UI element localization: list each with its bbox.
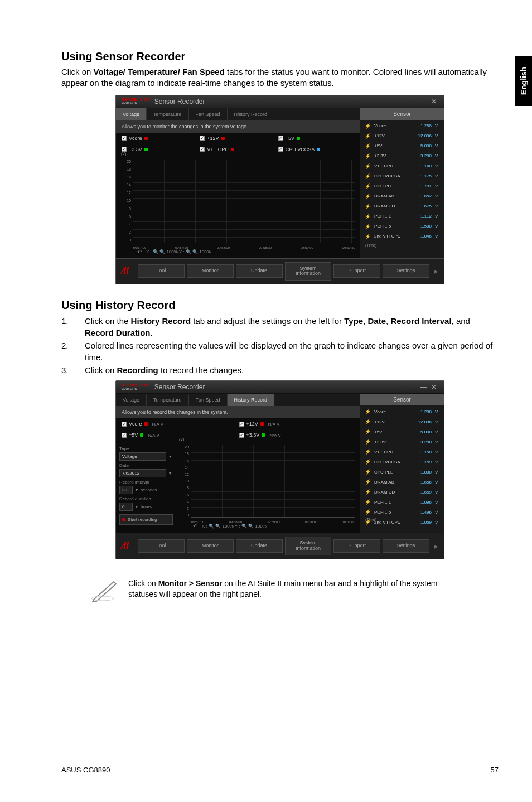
sensor-name: PCH 1.1 xyxy=(374,500,404,505)
tab-temperature[interactable]: Temperature xyxy=(147,394,189,406)
toggle-cpuvccsa[interactable]: CPU VCCSA xyxy=(278,145,354,154)
undo-icon[interactable]: ↶ xyxy=(137,249,142,255)
x-axis-label: (Time) xyxy=(365,518,376,521)
sensor-name: DRAM AB xyxy=(374,480,404,485)
bolt-icon: ⚡ xyxy=(365,214,371,219)
chart-zoom-controls[interactable]: ↶ X : 🔍 🔍 100% Y : 🔍 🔍 100% xyxy=(116,249,360,258)
tab-history-record[interactable]: History Record xyxy=(228,108,275,120)
history-steps: 1.Click on the History Record tab and ad… xyxy=(61,315,499,376)
bolt-icon: ⚡ xyxy=(365,204,371,209)
type-select[interactable]: Voltage xyxy=(119,452,166,461)
interval-input[interactable]: 20 xyxy=(119,486,133,494)
sensor-unit: V xyxy=(435,419,439,424)
chart: (V) 20181614121086420 09:57:0009:58:0009… xyxy=(191,445,355,518)
toggle-5v[interactable]: +5V xyxy=(278,134,354,143)
chevron-down-icon[interactable]: ▾ xyxy=(134,504,139,509)
hint-text: Allows you to monitor the changes in the… xyxy=(116,120,360,133)
toggle-33v[interactable]: +3.3V xyxy=(122,145,197,154)
tab-fanspeed[interactable]: Fan Speed xyxy=(189,108,228,120)
close-button[interactable]: ✕ xyxy=(429,98,438,105)
sensor-name: PCH 1.5 xyxy=(374,224,404,229)
checkbox-icon xyxy=(122,136,127,141)
sensor-row: ⚡2nd VTTCPU1.046V xyxy=(360,231,444,241)
tool-button[interactable]: Tool xyxy=(138,539,185,553)
sensor-name: CPU PLL xyxy=(374,183,404,189)
sensor-recorder-app-1: REPUBLIC OFGAMERS Sensor Recorder — ✕ Vo… xyxy=(115,95,444,285)
support-button[interactable]: Support xyxy=(333,264,380,278)
chart-zoom-controls[interactable]: ↶ X : 🔍 🔍 100% Y : 🔍 🔍 100% xyxy=(176,523,360,533)
tab-voltage[interactable]: Voltage xyxy=(116,394,147,406)
bolt-icon: ⚡ xyxy=(365,163,371,169)
sensor-value: 5.000 xyxy=(407,429,432,434)
sensor-unit: V xyxy=(435,224,439,229)
sensor-unit: V xyxy=(435,450,439,455)
toggle-vttcpu[interactable]: VTT CPU xyxy=(200,145,275,154)
sensor-unit: V xyxy=(435,439,439,445)
sensor-name: DRAM CD xyxy=(374,490,404,495)
sensor-toggles: VcoreN/A V +12VN/A V +5VN/A V +3.3VN/A V xyxy=(116,418,360,443)
sensor-name: Vcore xyxy=(374,123,404,128)
minimize-button[interactable]: — xyxy=(419,383,428,391)
sensor-row: ⚡VTT CPU1.150V xyxy=(360,447,444,457)
sensor-name: +5V xyxy=(374,429,404,434)
sensor-row: ⚡+5V5.000V xyxy=(360,427,444,437)
toggle-12v[interactable]: +12VN/A V xyxy=(239,419,355,428)
tab-voltage[interactable]: Voltage xyxy=(116,108,147,120)
sensor-row: ⚡VTT CPU1.148V xyxy=(360,161,444,171)
sensor-toggles: Vcore +12V +5V +3.3V VTT CPU CPU VCCSA xyxy=(116,133,360,157)
sensor-row: ⚡CPU PLL1.800V xyxy=(360,467,444,477)
minimize-button[interactable]: — xyxy=(419,98,428,105)
close-button[interactable]: ✕ xyxy=(429,383,438,391)
duration-input[interactable]: 6 xyxy=(119,503,133,511)
tab-fanspeed[interactable]: Fan Speed xyxy=(189,394,228,406)
ai-logo-icon: ⁄II xyxy=(122,265,129,277)
support-button[interactable]: Support xyxy=(333,539,380,553)
color-swatch xyxy=(144,422,148,426)
chevron-right-icon[interactable]: ▶ xyxy=(434,543,438,549)
note: Click on Monitor > Sensor on the AI Suit… xyxy=(91,578,468,602)
y-ticks: 20181614121086420 xyxy=(120,160,131,243)
bolt-icon: ⚡ xyxy=(365,469,371,475)
chart: (V) 20181614121086420 09:57:0009:57:3009… xyxy=(133,160,355,243)
sensor-value: 1.288 xyxy=(407,409,432,414)
settings-button[interactable]: Settings xyxy=(383,539,429,553)
chevron-down-icon[interactable]: ▾ xyxy=(167,454,173,459)
bolt-icon: ⚡ xyxy=(365,224,371,229)
tab-temperature[interactable]: Temperature xyxy=(147,108,189,120)
tool-button[interactable]: Tool xyxy=(138,264,185,278)
start-recording-button[interactable]: Start recording xyxy=(119,514,173,525)
toggle-33v[interactable]: +3.3VN/A V xyxy=(239,431,355,439)
update-button[interactable]: Update xyxy=(236,264,283,278)
chevron-right-icon[interactable]: ▶ xyxy=(434,268,438,274)
date-select[interactable]: 7/6/2012 xyxy=(119,469,166,477)
toggle-vcore[interactable]: VcoreN/A V xyxy=(122,419,237,428)
sensor-value: 1.675 xyxy=(407,204,432,209)
settings-button[interactable]: Settings xyxy=(383,264,429,278)
sensor-name: CPU VCCSA xyxy=(374,173,404,178)
sensor-row: ⚡Vcore1.288V xyxy=(360,121,444,131)
checkbox-icon xyxy=(122,422,127,427)
sensor-unit: V xyxy=(435,490,439,495)
sensor-value: 1.150 xyxy=(407,450,432,455)
sensor-unit: V xyxy=(435,143,439,148)
monitor-button[interactable]: Monitor xyxy=(187,539,234,553)
toggle-12v[interactable]: +12V xyxy=(200,134,275,143)
undo-icon[interactable]: ↶ xyxy=(193,523,197,529)
tab-history-record[interactable]: History Record xyxy=(228,394,275,406)
chevron-down-icon[interactable]: ▾ xyxy=(167,471,173,476)
x-axis-label: (Time) xyxy=(365,243,376,247)
bolt-icon: ⚡ xyxy=(365,153,371,159)
toggle-vcore[interactable]: Vcore xyxy=(122,134,197,143)
section1-body: Click on Voltage/ Temperature/ Fan Speed… xyxy=(61,66,499,89)
update-button[interactable]: Update xyxy=(236,539,283,553)
sensor-unit: V xyxy=(435,163,439,168)
monitor-button[interactable]: Monitor xyxy=(187,264,234,278)
sensor-unit: V xyxy=(435,470,439,475)
sensor-row: ⚡PCH 1.11.112V xyxy=(360,211,444,221)
bolt-icon: ⚡ xyxy=(365,479,371,485)
chevron-down-icon[interactable]: ▾ xyxy=(134,487,139,492)
hint-text: Allows you to record the changes in the … xyxy=(116,406,360,418)
system-info-button[interactable]: System Information xyxy=(285,537,332,555)
system-info-button[interactable]: System Information xyxy=(285,262,332,281)
sensor-value: 12.096 xyxy=(407,133,432,138)
